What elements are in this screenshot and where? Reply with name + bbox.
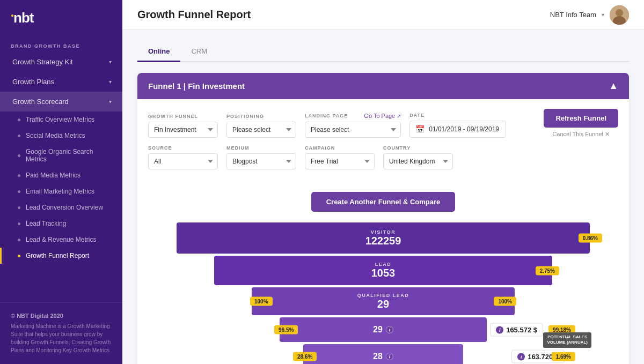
sidebar-sub-item-email-marketing[interactable]: Email Marketing Metrics (0, 183, 122, 199)
revenue-info-icon-5: i (517, 353, 525, 360)
filter-select-country[interactable]: United Kingdom (383, 153, 453, 169)
page-title: Growth Funnel Report (137, 9, 251, 21)
date-value: 01/01/2019 - 09/19/2019 (429, 125, 499, 133)
refresh-funnel-button[interactable]: Refresh Funnel (544, 109, 618, 128)
chevron-down-icon: ▾ (109, 99, 112, 105)
sidebar-footer: © NBT Digital 2020 Marketing Machine is … (0, 302, 122, 364)
sidebar-item-growth-strategy-kit[interactable]: Growth Strategy Kit ▾ (0, 52, 122, 72)
sidebar-sub-label: Lead Tracking (26, 220, 66, 227)
funnel-card: Funnel 1 | Fin Investment ▲ GROWTH FUNNE… (137, 73, 629, 364)
sidebar-sub-label: Google Organic Search Metrics (26, 148, 112, 163)
filter-group-campaign: CAMPAIGN Free Trial (305, 145, 375, 169)
sidebar: ●nbt BRAND GROWTH BASE Growth Strategy K… (0, 0, 122, 364)
filter-label-date: DATE (409, 113, 506, 118)
filter-select-source[interactable]: All (148, 153, 218, 169)
external-link-icon: ↗ (397, 113, 401, 119)
funnel-card-title: Funnel 1 | Fin Investment (148, 81, 245, 91)
sidebar-sub-item-paid-media[interactable]: Paid Media Metrics (0, 167, 122, 183)
lead-value: 1053 (371, 267, 396, 279)
filter-label-landing-page: LANDING PAGE (305, 113, 348, 118)
dot-icon (18, 239, 20, 241)
dot-icon (18, 174, 20, 177)
topbar: Growth Funnel Report NBT Info Team ▾ (122, 0, 644, 30)
copyright-text: © NBT Digital 2020 (11, 313, 112, 319)
revenue-info-icon: i (496, 326, 503, 333)
svg-point-1 (616, 9, 623, 17)
tabs: Online CRM (137, 43, 629, 62)
filter-actions: Refresh Funnel Cancel This Funnel ✕ (544, 109, 618, 138)
level5-badge-left: 28.6% (293, 352, 317, 361)
avatar (610, 5, 629, 25)
funnel-chart-area: VISITOR 122259 0.86% LEAD 1053 2.75% (137, 217, 629, 364)
sidebar-item-growth-scorecard[interactable]: Growth Scorecard ▾ (0, 92, 122, 112)
sidebar-item-label: Growth Plans (12, 78, 54, 86)
create-funnel-button[interactable]: Create Another Funnel & Compare (311, 192, 456, 212)
go-to-page-link[interactable]: Go To Page ↗ (364, 113, 401, 119)
level5-badge-right: 1.69% (552, 352, 575, 361)
lead-badge-right: 2.75% (536, 266, 559, 275)
sidebar-sub-item-lead-conversion[interactable]: Lead Conversion Overview (0, 199, 122, 216)
sidebar-sub-item-social-media[interactable]: Social Media Metrics (0, 128, 122, 144)
sidebar-sub-label: Email Marketing Metrics (26, 188, 94, 195)
filter-group-medium: MEDIUM Blogpost (226, 145, 296, 169)
level4-revenue: i 165.572 $ (490, 323, 543, 337)
sidebar-sub-label: Social Media Metrics (26, 132, 85, 139)
qualified-lead-badge-left: 100% (250, 297, 273, 306)
dot-icon (18, 118, 20, 121)
chevron-down-icon: ▾ (109, 59, 112, 65)
filter-select-growth-funnel[interactable]: Fin Investment (148, 122, 218, 138)
dot-icon (18, 135, 20, 137)
visitor-label: VISITOR (371, 229, 396, 235)
qualified-lead-label: QUALIFIED LEAD (357, 293, 409, 298)
footer-description: Marketing Machine is a Growth Marketing … (11, 322, 112, 354)
create-funnel-wrap: Create Another Funnel & Compare (137, 182, 629, 217)
sidebar-sub-label: Lead Conversion Overview (26, 204, 103, 211)
filter-label-medium: MEDIUM (226, 145, 296, 151)
filter-select-landing-page[interactable]: Please select (305, 122, 401, 138)
dot-icon (18, 255, 20, 257)
user-chevron-icon: ▾ (602, 12, 604, 18)
sidebar-sub-item-traffic-overview[interactable]: Traffic Overview Metrics (0, 112, 122, 128)
filter-label-source: SOURCE (148, 145, 218, 151)
filter-row-2: SOURCE All MEDIUM Blogpost CAMPAIGN (148, 145, 618, 169)
sidebar-item-label: Growth Scorecard (12, 98, 69, 106)
qualified-lead-badge-right: 100% (494, 297, 516, 306)
logo-area: ●nbt (0, 0, 122, 34)
content-area: Online CRM Funnel 1 | Fin Investment ▲ G… (122, 30, 644, 364)
qualified-lead-value: 29 (377, 298, 389, 310)
filter-row-1: GROWTH FUNNEL Fin Investment POSITIONING… (148, 109, 618, 138)
funnel-level-lead: LEAD 1053 2.75% (148, 256, 618, 285)
filter-label-growth-funnel: GROWTH FUNNEL (148, 114, 218, 119)
sidebar-sub-item-google-organic[interactable]: Google Organic Search Metrics (0, 144, 122, 167)
sidebar-sub-item-lead-tracking[interactable]: Lead Tracking (0, 216, 122, 232)
calendar-icon: 📅 (415, 125, 425, 133)
funnel-level-qualified-lead: QUALIFIED LEAD 29 100% 100% (148, 287, 618, 315)
potential-sales-tooltip: POTENTIAL SALESVOLUME (ANNUAL) (543, 332, 591, 348)
user-menu[interactable]: NBT Info Team ▾ (550, 5, 629, 25)
funnel-level-5: 28 i 28.6% i 163.720 $ POTENTIAL SALESVO… (148, 344, 618, 364)
level4-value: 29 (373, 325, 383, 335)
date-input[interactable]: 📅 01/01/2019 - 09/19/2019 (409, 121, 506, 138)
filter-group-growth-funnel: GROWTH FUNNEL Fin Investment (148, 114, 218, 138)
sidebar-item-growth-plans[interactable]: Growth Plans ▾ (0, 72, 122, 92)
filter-group-landing-page: LANDING PAGE Go To Page ↗ Please select (305, 113, 401, 138)
collapse-button[interactable]: ▲ (609, 80, 618, 92)
sidebar-sub-item-lead-revenue[interactable]: Lead & Revenue Metrics (0, 232, 122, 248)
dot-icon (18, 154, 20, 157)
lead-label: LEAD (375, 262, 392, 267)
tab-crm[interactable]: CRM (180, 43, 218, 62)
info-icon-5: i (386, 353, 393, 360)
cancel-funnel-button[interactable]: Cancel This Funnel ✕ (552, 131, 610, 138)
visitor-badge-right: 0.86% (579, 234, 602, 243)
sidebar-sub-item-growth-funnel-report[interactable]: Growth Funnel Report (0, 248, 122, 264)
filter-select-medium[interactable]: Blogpost (226, 153, 296, 169)
tab-online[interactable]: Online (137, 43, 180, 62)
sidebar-section-label: BRAND GROWTH BASE (0, 34, 122, 52)
filter-group-country: COUNTRY United Kingdom (383, 145, 453, 169)
filter-select-positioning[interactable]: Please select (226, 122, 296, 138)
sidebar-sub-label: Traffic Overview Metrics (26, 116, 94, 123)
filter-group-positioning: POSITIONING Please select (226, 114, 296, 138)
filter-select-campaign[interactable]: Free Trial (305, 153, 375, 169)
filter-label-campaign: CAMPAIGN (305, 145, 375, 151)
funnel-filters: GROWTH FUNNEL Fin Investment POSITIONING… (137, 99, 629, 182)
